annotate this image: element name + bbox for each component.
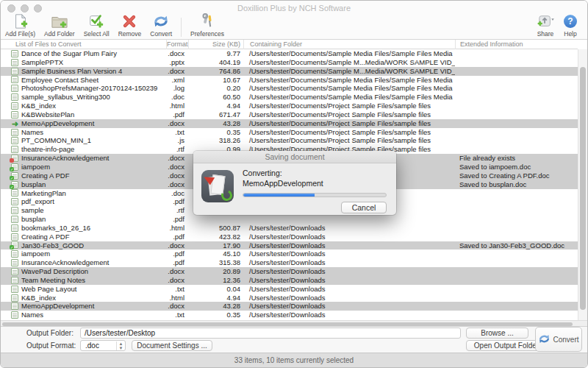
file-format-cell: .docx xyxy=(166,180,188,189)
file-format-cell: .docx xyxy=(166,302,188,311)
containing-folder-cell: /Users/tester/Downloads xyxy=(243,276,455,285)
file-size-cell: 43.28 xyxy=(188,119,243,128)
file-icon xyxy=(1,93,21,102)
table-row[interactable]: Employee Contact Sheet.xml10.67/Users/te… xyxy=(1,76,578,85)
file-name-cell: WavePad Description xyxy=(21,267,166,276)
file-icon xyxy=(1,197,21,206)
column-header-folder[interactable]: Containing Folder xyxy=(243,40,455,49)
extended-info-cell xyxy=(455,145,578,154)
file-icon xyxy=(1,285,21,294)
containing-folder-cell: /Users/tester/Downloads xyxy=(243,250,455,258)
remove-icon xyxy=(122,13,137,29)
file-name-cell: MemoAppDevelopment xyxy=(21,119,166,128)
horizontal-scrollbar-thumb[interactable] xyxy=(2,322,573,326)
file-name-cell: busplan xyxy=(21,180,166,189)
output-folder-input[interactable]: /Users/tester/Desktop xyxy=(80,328,461,339)
add-folder-button[interactable]: Add Folder xyxy=(40,13,79,39)
extended-info-cell xyxy=(455,189,578,198)
add-folder-icon xyxy=(51,13,68,29)
file-icon xyxy=(1,215,21,224)
file-size-cell: 45.10 xyxy=(188,250,243,258)
toolbar-label: Help xyxy=(564,30,576,38)
doxillion-app-icon xyxy=(201,170,234,202)
cancel-button[interactable]: Cancel xyxy=(341,202,387,213)
select-all-button[interactable]: Select All xyxy=(79,13,114,39)
table-row[interactable]: K&B_index.html4.94/Users/tester/Download… xyxy=(1,294,578,302)
file-size-cell: 500.87 xyxy=(188,224,243,233)
file-name-cell: Creating A PDF xyxy=(21,171,166,180)
add-files-button[interactable]: Add File(s) xyxy=(1,13,40,39)
extended-info-cell: Saved to iampoem.doc xyxy=(455,163,578,171)
extended-info-cell xyxy=(455,110,578,119)
table-row[interactable]: Sample Business Plan Version 4.docx764.8… xyxy=(1,67,578,76)
column-header-size[interactable]: Size (KB) xyxy=(188,40,243,49)
containing-folder-cell: /Users/tester/Downloads xyxy=(243,241,455,250)
extended-info-cell xyxy=(455,102,578,110)
file-format-cell: .html xyxy=(166,294,188,302)
file-format-cell: .html xyxy=(166,102,188,110)
table-row[interactable]: iampoem.pdf45.10/Users/tester/Downloads xyxy=(1,250,578,258)
column-header-extended-info[interactable]: Extended Information xyxy=(455,40,578,49)
table-row[interactable]: WavePad Description.docx20.89/Users/test… xyxy=(1,267,578,276)
file-icon xyxy=(1,267,21,276)
table-row[interactable]: Names.txt0.35/Users/tester/Downloads xyxy=(1,311,578,319)
containing-folder-cell: /Users/tester/Documents/Project Sample F… xyxy=(243,119,455,128)
table-row[interactable]: PhotoshopPrefsManager-20170124-150239.lo… xyxy=(1,84,578,93)
file-size-cell: 318.26 xyxy=(188,136,243,145)
vertical-scrollbar-thumb[interactable] xyxy=(580,67,586,310)
preferences-button[interactable]: Preferences xyxy=(186,13,229,39)
file-format-cell: .rtf xyxy=(166,145,188,154)
table-row[interactable]: bookmarks_10_26_16.html500.87/Users/test… xyxy=(1,224,578,233)
table-row[interactable]: K&B_index.html4.94/Users/tester/Document… xyxy=(1,102,578,110)
convert-action-button[interactable]: Convert xyxy=(535,327,582,352)
table-row[interactable]: Team Meeting Notes.docx12.36/Users/teste… xyxy=(1,276,578,285)
browse-button[interactable]: Browse ... xyxy=(466,328,528,339)
extended-info-cell xyxy=(455,49,578,58)
add-file-icon xyxy=(12,13,29,29)
table-row[interactable]: sample_syllabus_Writing300.doc60.50/User… xyxy=(1,93,578,102)
file-size-cell: 764.86 xyxy=(188,67,243,76)
file-size-cell: 17.90 xyxy=(188,241,243,250)
table-row[interactable]: busplan.pdf xyxy=(1,215,578,224)
document-settings-button[interactable]: Document Settings ... xyxy=(132,340,212,351)
horizontal-scrollbar[interactable] xyxy=(1,320,587,327)
extended-info-cell: Saved to Jan30-Feb3_GOOD.doc xyxy=(455,241,578,250)
help-button[interactable]: ? Help xyxy=(559,13,581,39)
extended-info-cell xyxy=(455,258,578,267)
table-row[interactable]: Names.txt0.35/Users/tester/Documents/Pro… xyxy=(1,128,578,137)
file-icon xyxy=(1,76,21,85)
extended-info-cell xyxy=(455,224,578,233)
table-row[interactable]: PT_COMMON_MIN_1.js318.26/Users/tester/Do… xyxy=(1,136,578,145)
file-name-cell: busplan xyxy=(21,215,166,224)
toolbar-label: Preferences xyxy=(190,30,224,38)
containing-folder-cell: /Users/tester/Documents/Sample M...Media… xyxy=(243,58,455,67)
file-size-cell: 0.35 xyxy=(188,311,243,319)
table-row[interactable]: ➜MemoAppDevelopment.docx43.28/Users/test… xyxy=(1,119,578,128)
convert-button-toolbar[interactable]: Convert xyxy=(146,13,176,39)
table-row[interactable]: InsuranceAcknowledgement.pdf315.38/Users… xyxy=(1,258,578,267)
output-format-select[interactable]: .doc ▲▼ xyxy=(80,340,126,351)
column-header-format[interactable]: Format xyxy=(166,40,188,49)
app-window: Doxillion Plus by NCH Software Add File(… xyxy=(0,0,588,368)
table-row[interactable]: K&BWebsitePlan.pdf671.47/Users/tester/Do… xyxy=(1,110,578,119)
file-format-cell: .html xyxy=(166,224,188,233)
share-button[interactable]: Share xyxy=(531,13,559,39)
table-row[interactable]: Dance of the Sugar Plum Fairy.docx9.77/U… xyxy=(1,49,578,58)
file-icon xyxy=(1,136,21,145)
file-name-cell: Employee Contact Sheet xyxy=(21,76,166,85)
file-format-cell: .docx xyxy=(166,276,188,285)
file-name-cell: Jan30-Feb3_GOOD xyxy=(21,241,166,250)
file-size-cell: 9.77 xyxy=(188,49,243,58)
table-row[interactable]: SamplePPTX.pptx404.19/Users/tester/Docum… xyxy=(1,58,578,67)
main-toolbar: Add File(s) Add Folder Select All Remove… xyxy=(1,15,587,40)
table-row[interactable]: MemoAppDevelopment.docx43.28/Users/teste… xyxy=(1,302,578,311)
extended-info-cell: Saved to busplan.doc xyxy=(455,180,578,189)
containing-folder-cell: /Users/tester/Downloads xyxy=(243,294,455,302)
remove-button[interactable]: Remove xyxy=(114,13,146,39)
vertical-scrollbar[interactable] xyxy=(578,49,587,320)
column-header-name[interactable]: List of Files to Convert xyxy=(15,40,166,49)
table-row[interactable]: ✓Jan30-Feb3_GOOD.docx17.90/Users/tester/… xyxy=(1,241,578,250)
extended-info-cell xyxy=(455,233,578,241)
table-row[interactable]: Creating A PDF.pdf423.82/Users/tester/Do… xyxy=(1,233,578,241)
table-row[interactable]: Web Page Layout.txt0.04/Users/tester/Dow… xyxy=(1,285,578,294)
